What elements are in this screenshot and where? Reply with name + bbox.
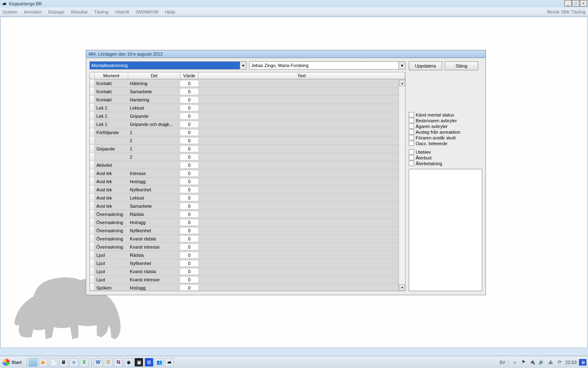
- cell-varde[interactable]: 0: [180, 89, 198, 94]
- cell-text[interactable]: [198, 238, 405, 239]
- cell-varde[interactable]: 0: [180, 171, 198, 176]
- cell-varde[interactable]: 0: [180, 162, 198, 168]
- running-app-icon[interactable]: [165, 358, 174, 367]
- table-row[interactable]: Avst lekNyfikenhet0: [90, 186, 405, 194]
- cell-text[interactable]: [198, 287, 405, 288]
- checkbox[interactable]: [409, 161, 414, 166]
- maximize-button[interactable]: □: [572, 0, 579, 7]
- network-icon[interactable]: 🖧: [547, 359, 554, 366]
- menu-ekipage[interactable]: Ekipage: [48, 9, 65, 14]
- cell-varde[interactable]: 0: [180, 97, 198, 103]
- cell-text[interactable]: [198, 99, 405, 100]
- start-button[interactable]: Start: [2, 358, 25, 367]
- menu-system[interactable]: System: [2, 9, 18, 14]
- cell-varde[interactable]: 0: [180, 154, 198, 160]
- cell-text[interactable]: [198, 140, 405, 141]
- cell-text[interactable]: [198, 132, 405, 133]
- messenger-icon[interactable]: 👥: [155, 358, 164, 367]
- cell-varde[interactable]: 0: [180, 105, 198, 111]
- cell-text[interactable]: [198, 263, 405, 264]
- col-del[interactable]: Del: [128, 72, 180, 79]
- media-player-icon[interactable]: ▶: [39, 358, 48, 367]
- checkbox[interactable]: [409, 118, 414, 123]
- cell-varde[interactable]: 0: [180, 220, 198, 225]
- cell-text[interactable]: [198, 197, 405, 198]
- col-text[interactable]: Text: [198, 72, 405, 79]
- cell-text[interactable]: [198, 189, 405, 190]
- cell-text[interactable]: [198, 157, 405, 157]
- power-icon[interactable]: 🔌: [529, 359, 536, 366]
- cell-varde[interactable]: 0: [180, 187, 198, 193]
- word-icon[interactable]: W: [94, 358, 102, 367]
- table-row[interactable]: LjudNyfikenhet0: [90, 259, 405, 267]
- col-varde[interactable]: Värde: [180, 72, 198, 79]
- explorer-icon[interactable]: 📄: [49, 358, 58, 367]
- table-row[interactable]: ÖverraskningKvarst rädsla0: [90, 235, 405, 243]
- table-row[interactable]: ÖverraskningRädsla0: [90, 210, 405, 218]
- table-row[interactable]: Avst lekLeklust0: [90, 194, 405, 202]
- cell-varde[interactable]: 0: [180, 179, 198, 184]
- checkbox[interactable]: [409, 123, 414, 129]
- monitor-icon[interactable]: 🖥: [579, 359, 586, 366]
- volume-icon[interactable]: 🔊: [538, 359, 545, 366]
- cell-text[interactable]: [198, 124, 405, 125]
- cell-text[interactable]: [198, 181, 405, 182]
- notes-textarea[interactable]: [409, 169, 482, 291]
- menu-tavling[interactable]: Tävling: [94, 9, 108, 14]
- checkbox[interactable]: [409, 135, 414, 140]
- table-row[interactable]: LjudKvarst rädsla0: [90, 267, 405, 276]
- menu-resultat[interactable]: Resultat: [71, 9, 87, 14]
- table-row[interactable]: Förföljande10: [90, 128, 405, 137]
- cell-varde[interactable]: 0: [180, 285, 198, 291]
- cell-varde[interactable]: 0: [180, 138, 198, 144]
- cell-varde[interactable]: 0: [180, 130, 198, 135]
- cell-text[interactable]: [198, 165, 405, 166]
- cell-text[interactable]: [198, 206, 405, 206]
- app-icon-2[interactable]: ▣: [134, 358, 143, 367]
- cell-varde[interactable]: 0: [180, 195, 198, 201]
- cell-varde[interactable]: 0: [180, 244, 198, 250]
- app-icon-1[interactable]: ◉: [124, 358, 133, 367]
- app-icon-3[interactable]: ⊞: [145, 358, 154, 367]
- outlook-icon[interactable]: O: [104, 358, 113, 367]
- table-row[interactable]: ÖverraskningNyfikenhet0: [90, 227, 405, 235]
- checkbox[interactable]: [409, 149, 414, 155]
- cell-varde[interactable]: 0: [180, 113, 198, 119]
- cell-text[interactable]: [198, 255, 405, 256]
- cell-varde[interactable]: 0: [180, 121, 198, 127]
- clock[interactable]: 22:03: [565, 360, 577, 365]
- menu-utskrift[interactable]: Utskrift: [115, 9, 129, 14]
- cell-varde[interactable]: 0: [180, 81, 198, 86]
- cell-varde[interactable]: 0: [180, 211, 198, 217]
- cell-varde[interactable]: 0: [180, 236, 198, 242]
- cell-text[interactable]: [198, 247, 405, 247]
- table-row[interactable]: ÖverraskningHot/agg0: [90, 218, 405, 227]
- table-row[interactable]: Gripande10: [90, 145, 405, 153]
- close-button[interactable]: ×: [580, 0, 587, 7]
- checkbox[interactable]: [409, 112, 414, 117]
- dropdown-participant[interactable]: Jebas Zingo, Maria Forsberg ▾: [249, 61, 405, 70]
- table-row[interactable]: Avst lekIntresse0: [90, 169, 405, 177]
- close-dialog-button[interactable]: Stäng: [445, 61, 478, 70]
- cell-varde[interactable]: 0: [180, 228, 198, 233]
- checkbox[interactable]: [409, 129, 414, 135]
- cell-text[interactable]: [198, 116, 405, 117]
- cell-text[interactable]: [198, 279, 405, 280]
- cell-varde[interactable]: 0: [180, 146, 198, 152]
- checkbox[interactable]: [409, 155, 414, 160]
- language-indicator[interactable]: SV: [499, 360, 506, 365]
- menu-hjalp[interactable]: Hjälp: [165, 9, 175, 14]
- ie-icon[interactable]: e: [69, 358, 78, 367]
- cell-text[interactable]: [198, 222, 405, 223]
- checkbox[interactable]: [409, 141, 414, 146]
- menu-visit-link[interactable]: Besök SBK Tävling: [547, 9, 586, 14]
- table-row[interactable]: Lek 1Gripande och dragk...0: [90, 120, 405, 128]
- sync-icon[interactable]: ⟳: [556, 359, 563, 366]
- col-moment[interactable]: Moment: [95, 72, 128, 79]
- table-row[interactable]: LjudKvarst intresse0: [90, 276, 405, 284]
- show-desktop-icon[interactable]: [29, 358, 38, 367]
- table-row[interactable]: 20: [90, 137, 405, 145]
- cell-text[interactable]: [198, 148, 405, 149]
- scrollbar[interactable]: ▴ ▾: [399, 80, 405, 291]
- cell-text[interactable]: [198, 214, 405, 215]
